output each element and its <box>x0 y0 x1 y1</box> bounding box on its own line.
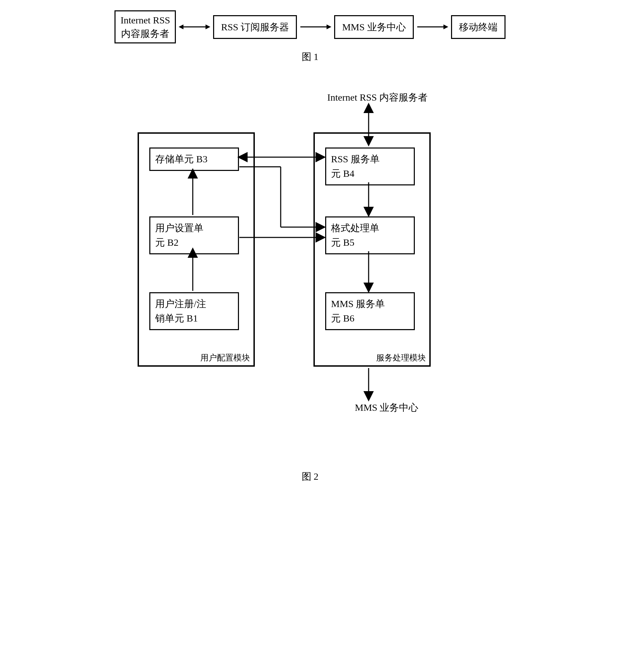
fig2-box-b4: RSS 服务单 元 B4 <box>325 147 415 185</box>
fig2-box-b6: MMS 服务单 元 B6 <box>325 292 415 330</box>
arrow-right-icon <box>415 22 450 32</box>
fig2-b5-text: 格式处理单 元 B5 <box>331 223 379 248</box>
svg-marker-1 <box>179 24 183 29</box>
fig2-left-module: 存储单元 B3 用户设置单 元 B2 用户注册/注 销单元 B1 用户配置模块 <box>138 132 255 367</box>
figure-1-caption: 图 1 <box>10 50 610 63</box>
fig2-b4-text: RSS 服务单 元 B4 <box>331 154 380 179</box>
fig2-right-module: RSS 服务单 元 B4 格式处理单 元 B5 MMS 服务单 元 B6 服务处… <box>313 132 431 367</box>
fig1-box-internet-rss: Internet RSS 内容服务者 <box>114 10 176 43</box>
fig1-box1-text: Internet RSS 内容服务者 <box>120 15 170 39</box>
fig2-b2-text: 用户设置单 元 B2 <box>155 223 203 248</box>
fig2-b1-text: 用户注册/注 销单元 B1 <box>155 298 206 324</box>
fig2-b3-text: 存储单元 B3 <box>155 154 208 164</box>
fig1-box4-text: 移动终端 <box>459 22 498 32</box>
figure-1: Internet RSS 内容服务者 RSS 订阅服务器 MMS 业务中心 移动… <box>10 10 610 43</box>
fig2-box-b5: 格式处理单 元 B5 <box>325 216 415 254</box>
fig2-external-top-label: Internet RSS 内容服务者 <box>327 91 428 104</box>
fig1-box-mms-center: MMS 业务中心 <box>334 15 413 39</box>
arrow-right-icon <box>298 22 333 32</box>
fig1-box2-text: RSS 订阅服务器 <box>221 22 289 32</box>
arrow-bidirectional-icon <box>177 22 212 32</box>
figure-2: Internet RSS 内容服务者 存储单元 B3 用户设置单 元 B2 用户… <box>120 91 500 470</box>
fig2-box-b2: 用户设置单 元 B2 <box>149 216 239 254</box>
fig2-right-module-label: 服务处理模块 <box>376 352 426 363</box>
svg-marker-6 <box>443 24 448 29</box>
fig1-box3-text: MMS 业务中心 <box>342 22 406 32</box>
fig2-box-b1: 用户注册/注 销单元 B1 <box>149 292 239 330</box>
fig1-box-rss-server: RSS 订阅服务器 <box>213 15 297 39</box>
svg-marker-4 <box>327 24 331 29</box>
fig1-box-mobile-terminal: 移动终端 <box>451 15 506 39</box>
fig2-external-bottom-label: MMS 业务中心 <box>355 401 418 414</box>
fig2-box-b3: 存储单元 B3 <box>149 147 239 171</box>
svg-marker-2 <box>206 24 210 29</box>
figure-2-caption: 图 2 <box>10 470 610 483</box>
fig2-left-module-label: 用户配置模块 <box>200 352 250 363</box>
fig2-b6-text: MMS 服务单 元 B6 <box>331 298 385 324</box>
